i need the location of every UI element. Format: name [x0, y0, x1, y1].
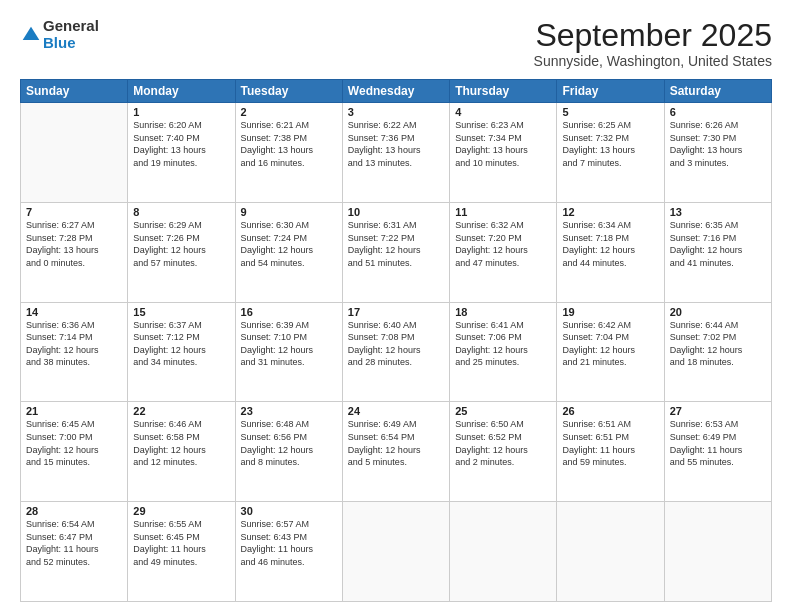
calendar-title: September 2025 [534, 18, 772, 53]
day-info: Sunrise: 6:55 AM Sunset: 6:45 PM Dayligh… [133, 518, 229, 568]
table-row: 11Sunrise: 6:32 AM Sunset: 7:20 PM Dayli… [450, 202, 557, 302]
table-row [342, 502, 449, 602]
table-row: 12Sunrise: 6:34 AM Sunset: 7:18 PM Dayli… [557, 202, 664, 302]
day-info: Sunrise: 6:34 AM Sunset: 7:18 PM Dayligh… [562, 219, 658, 269]
day-info: Sunrise: 6:42 AM Sunset: 7:04 PM Dayligh… [562, 319, 658, 369]
table-row: 10Sunrise: 6:31 AM Sunset: 7:22 PM Dayli… [342, 202, 449, 302]
day-info: Sunrise: 6:29 AM Sunset: 7:26 PM Dayligh… [133, 219, 229, 269]
day-info: Sunrise: 6:57 AM Sunset: 6:43 PM Dayligh… [241, 518, 337, 568]
day-number: 14 [26, 306, 122, 318]
calendar-week-row: 28Sunrise: 6:54 AM Sunset: 6:47 PM Dayli… [21, 502, 772, 602]
day-number: 20 [670, 306, 766, 318]
day-number: 28 [26, 505, 122, 517]
day-info: Sunrise: 6:48 AM Sunset: 6:56 PM Dayligh… [241, 418, 337, 468]
table-row: 30Sunrise: 6:57 AM Sunset: 6:43 PM Dayli… [235, 502, 342, 602]
calendar-week-row: 14Sunrise: 6:36 AM Sunset: 7:14 PM Dayli… [21, 302, 772, 402]
day-number: 2 [241, 106, 337, 118]
day-number: 7 [26, 206, 122, 218]
header-monday: Monday [128, 80, 235, 103]
day-info: Sunrise: 6:54 AM Sunset: 6:47 PM Dayligh… [26, 518, 122, 568]
header-saturday: Saturday [664, 80, 771, 103]
day-number: 1 [133, 106, 229, 118]
table-row: 7Sunrise: 6:27 AM Sunset: 7:28 PM Daylig… [21, 202, 128, 302]
table-row [664, 502, 771, 602]
day-number: 24 [348, 405, 444, 417]
day-number: 17 [348, 306, 444, 318]
day-number: 3 [348, 106, 444, 118]
header: General Blue September 2025 Sunnyside, W… [20, 18, 772, 69]
table-row [21, 103, 128, 203]
day-number: 21 [26, 405, 122, 417]
day-number: 9 [241, 206, 337, 218]
day-number: 10 [348, 206, 444, 218]
logo: General Blue [20, 18, 99, 51]
day-info: Sunrise: 6:39 AM Sunset: 7:10 PM Dayligh… [241, 319, 337, 369]
day-info: Sunrise: 6:44 AM Sunset: 7:02 PM Dayligh… [670, 319, 766, 369]
header-wednesday: Wednesday [342, 80, 449, 103]
header-thursday: Thursday [450, 80, 557, 103]
day-number: 11 [455, 206, 551, 218]
day-info: Sunrise: 6:41 AM Sunset: 7:06 PM Dayligh… [455, 319, 551, 369]
table-row: 21Sunrise: 6:45 AM Sunset: 7:00 PM Dayli… [21, 402, 128, 502]
day-info: Sunrise: 6:37 AM Sunset: 7:12 PM Dayligh… [133, 319, 229, 369]
day-number: 19 [562, 306, 658, 318]
table-row: 8Sunrise: 6:29 AM Sunset: 7:26 PM Daylig… [128, 202, 235, 302]
table-row: 17Sunrise: 6:40 AM Sunset: 7:08 PM Dayli… [342, 302, 449, 402]
calendar-location: Sunnyside, Washington, United States [534, 53, 772, 69]
day-number: 22 [133, 405, 229, 417]
day-info: Sunrise: 6:45 AM Sunset: 7:00 PM Dayligh… [26, 418, 122, 468]
table-row: 1Sunrise: 6:20 AM Sunset: 7:40 PM Daylig… [128, 103, 235, 203]
table-row: 3Sunrise: 6:22 AM Sunset: 7:36 PM Daylig… [342, 103, 449, 203]
day-info: Sunrise: 6:53 AM Sunset: 6:49 PM Dayligh… [670, 418, 766, 468]
day-number: 13 [670, 206, 766, 218]
day-info: Sunrise: 6:26 AM Sunset: 7:30 PM Dayligh… [670, 119, 766, 169]
table-row: 27Sunrise: 6:53 AM Sunset: 6:49 PM Dayli… [664, 402, 771, 502]
day-info: Sunrise: 6:22 AM Sunset: 7:36 PM Dayligh… [348, 119, 444, 169]
table-row [450, 502, 557, 602]
day-number: 16 [241, 306, 337, 318]
day-number: 23 [241, 405, 337, 417]
calendar-table: Sunday Monday Tuesday Wednesday Thursday… [20, 79, 772, 602]
table-row: 28Sunrise: 6:54 AM Sunset: 6:47 PM Dayli… [21, 502, 128, 602]
day-number: 15 [133, 306, 229, 318]
table-row: 2Sunrise: 6:21 AM Sunset: 7:38 PM Daylig… [235, 103, 342, 203]
table-row: 14Sunrise: 6:36 AM Sunset: 7:14 PM Dayli… [21, 302, 128, 402]
day-number: 8 [133, 206, 229, 218]
day-info: Sunrise: 6:50 AM Sunset: 6:52 PM Dayligh… [455, 418, 551, 468]
table-row: 9Sunrise: 6:30 AM Sunset: 7:24 PM Daylig… [235, 202, 342, 302]
day-info: Sunrise: 6:27 AM Sunset: 7:28 PM Dayligh… [26, 219, 122, 269]
table-row: 20Sunrise: 6:44 AM Sunset: 7:02 PM Dayli… [664, 302, 771, 402]
day-info: Sunrise: 6:35 AM Sunset: 7:16 PM Dayligh… [670, 219, 766, 269]
day-number: 27 [670, 405, 766, 417]
day-number: 12 [562, 206, 658, 218]
table-row: 23Sunrise: 6:48 AM Sunset: 6:56 PM Dayli… [235, 402, 342, 502]
table-row: 15Sunrise: 6:37 AM Sunset: 7:12 PM Dayli… [128, 302, 235, 402]
calendar-week-row: 1Sunrise: 6:20 AM Sunset: 7:40 PM Daylig… [21, 103, 772, 203]
day-number: 18 [455, 306, 551, 318]
table-row: 18Sunrise: 6:41 AM Sunset: 7:06 PM Dayli… [450, 302, 557, 402]
table-row: 29Sunrise: 6:55 AM Sunset: 6:45 PM Dayli… [128, 502, 235, 602]
table-row: 5Sunrise: 6:25 AM Sunset: 7:32 PM Daylig… [557, 103, 664, 203]
table-row: 16Sunrise: 6:39 AM Sunset: 7:10 PM Dayli… [235, 302, 342, 402]
table-row: 6Sunrise: 6:26 AM Sunset: 7:30 PM Daylig… [664, 103, 771, 203]
table-row: 22Sunrise: 6:46 AM Sunset: 6:58 PM Dayli… [128, 402, 235, 502]
day-info: Sunrise: 6:40 AM Sunset: 7:08 PM Dayligh… [348, 319, 444, 369]
day-info: Sunrise: 6:25 AM Sunset: 7:32 PM Dayligh… [562, 119, 658, 169]
day-number: 5 [562, 106, 658, 118]
day-number: 25 [455, 405, 551, 417]
day-number: 6 [670, 106, 766, 118]
weekday-header-row: Sunday Monday Tuesday Wednesday Thursday… [21, 80, 772, 103]
day-info: Sunrise: 6:49 AM Sunset: 6:54 PM Dayligh… [348, 418, 444, 468]
header-sunday: Sunday [21, 80, 128, 103]
day-number: 26 [562, 405, 658, 417]
day-number: 29 [133, 505, 229, 517]
svg-marker-0 [23, 26, 40, 39]
table-row: 4Sunrise: 6:23 AM Sunset: 7:34 PM Daylig… [450, 103, 557, 203]
header-friday: Friday [557, 80, 664, 103]
page: General Blue September 2025 Sunnyside, W… [0, 0, 792, 612]
logo-icon [21, 25, 41, 45]
day-number: 4 [455, 106, 551, 118]
day-info: Sunrise: 6:36 AM Sunset: 7:14 PM Dayligh… [26, 319, 122, 369]
day-info: Sunrise: 6:30 AM Sunset: 7:24 PM Dayligh… [241, 219, 337, 269]
logo-general-text: General [43, 17, 99, 34]
